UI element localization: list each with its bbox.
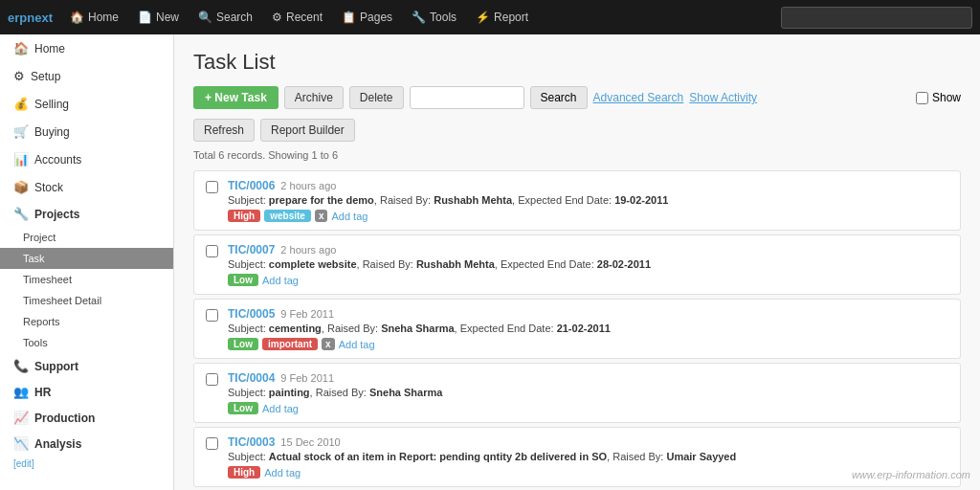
- global-search-input[interactable]: [781, 7, 972, 29]
- task-tags: LowAdd tag: [228, 274, 948, 286]
- task-item: TIC/0005 9 Feb 2011 Subject: cementing, …: [193, 299, 961, 359]
- secondary-toolbar: Refresh Report Builder: [193, 119, 961, 142]
- sidebar-group-projects[interactable]: 🔧 Projects: [0, 201, 173, 227]
- task-body: TIC/0007 2 hours ago Subject: complete w…: [228, 243, 948, 286]
- task-list: TIC/0006 2 hours ago Subject: prepare fo…: [193, 170, 961, 490]
- task-id-link[interactable]: TIC/0003: [228, 435, 275, 449]
- task-id-link[interactable]: TIC/0007: [228, 243, 275, 256]
- sidebar-group-hr[interactable]: 👥 HR: [0, 379, 173, 405]
- tag-high[interactable]: High: [228, 466, 260, 479]
- home-icon: 🏠: [70, 11, 84, 24]
- sidebar-sub-reports[interactable]: Reports: [0, 311, 173, 332]
- add-tag-link[interactable]: Add tag: [262, 403, 299, 414]
- nav-pages[interactable]: 📋 Pages: [334, 7, 400, 28]
- tag-important[interactable]: important: [262, 338, 318, 350]
- task-checkbox[interactable]: [206, 309, 218, 322]
- app-logo[interactable]: erpnext: [8, 11, 53, 25]
- task-detail: Subject: prepare for the demo, Raised By…: [228, 194, 948, 206]
- sidebar-edit-link[interactable]: [edit]: [0, 457, 173, 471]
- hr-icon: 👥: [13, 385, 29, 399]
- tag-remove[interactable]: x: [322, 338, 335, 350]
- archive-button[interactable]: Archive: [284, 86, 344, 109]
- task-body: TIC/0003 15 Dec 2010 Subject: Actual sto…: [228, 435, 948, 479]
- report-builder-button[interactable]: Report Builder: [260, 119, 355, 142]
- projects-icon: 🔧: [13, 207, 29, 221]
- pages-icon: 📋: [342, 11, 356, 24]
- sidebar-item-accounts[interactable]: 📊 Accounts: [0, 145, 173, 173]
- task-date: 2 hours ago: [280, 244, 336, 256]
- nav-report[interactable]: ⚡ Report: [468, 7, 536, 28]
- task-checkbox[interactable]: [206, 181, 218, 193]
- sidebar-sub-timesheet-detail[interactable]: Timesheet Detail: [0, 290, 173, 311]
- add-tag-link[interactable]: Add tag: [262, 275, 299, 286]
- nav-home[interactable]: 🏠 Home: [62, 7, 126, 28]
- task-id-link[interactable]: TIC/0004: [228, 371, 275, 385]
- task-tags: LowimportantxAdd tag: [228, 338, 948, 350]
- record-count: Total 6 records. Showing 1 to 6: [193, 149, 961, 161]
- sidebar-item-setup[interactable]: ⚙ Setup: [0, 62, 173, 90]
- stock-icon: 📦: [13, 180, 29, 194]
- setup-icon: ⚙: [13, 69, 25, 83]
- search-nav-icon: 🔍: [198, 11, 212, 24]
- page-title: Task List: [193, 50, 961, 75]
- refresh-button[interactable]: Refresh: [193, 119, 255, 142]
- task-date: 9 Feb 2011: [280, 308, 334, 320]
- advanced-search-button[interactable]: Advanced Search: [593, 91, 684, 104]
- task-id-link[interactable]: TIC/0005: [228, 307, 275, 321]
- tag-high[interactable]: High: [228, 210, 260, 222]
- main-toolbar: + New Task Archive Delete Search Advance…: [193, 86, 961, 109]
- sidebar-item-stock[interactable]: 📦 Stock: [0, 173, 173, 201]
- selling-icon: 💰: [13, 97, 29, 111]
- sidebar-group-support[interactable]: 📞 Support: [0, 353, 173, 379]
- task-body: TIC/0006 2 hours ago Subject: prepare fo…: [228, 179, 948, 222]
- add-tag-link[interactable]: Add tag: [331, 211, 368, 222]
- task-date: 9 Feb 2011: [280, 372, 334, 384]
- buying-icon: 🛒: [13, 124, 29, 139]
- top-navigation: erpnext 🏠 Home 📄 New 🔍 Search ⚙ Recent 📋…: [0, 0, 980, 34]
- new-task-button[interactable]: + New Task: [193, 86, 278, 109]
- support-icon: 📞: [13, 359, 29, 373]
- sidebar-item-home[interactable]: 🏠 Home: [0, 34, 173, 62]
- nav-new[interactable]: 📄 New: [130, 7, 187, 28]
- show-activity-button[interactable]: Show Activity: [689, 91, 757, 104]
- show-label: Show: [932, 91, 961, 104]
- task-checkbox[interactable]: [206, 373, 218, 386]
- tag-remove[interactable]: x: [315, 210, 328, 222]
- task-body: TIC/0004 9 Feb 2011 Subject: painting, R…: [228, 371, 948, 414]
- tag-low[interactable]: Low: [228, 274, 258, 286]
- tag-low[interactable]: Low: [228, 402, 258, 414]
- tag-low[interactable]: Low: [228, 338, 258, 350]
- task-detail: Subject: cementing, Raised By: Sneha Sha…: [228, 323, 948, 334]
- sidebar-sub-task[interactable]: Task: [0, 248, 173, 269]
- delete-button[interactable]: Delete: [349, 86, 404, 109]
- task-item: TIC/0003 15 Dec 2010 Subject: Actual sto…: [193, 427, 961, 487]
- task-checkbox[interactable]: [206, 245, 218, 257]
- task-id-link[interactable]: TIC/0006: [228, 179, 275, 192]
- nav-search[interactable]: 🔍 Search: [190, 7, 260, 28]
- task-tags: LowAdd tag: [228, 402, 948, 414]
- sidebar-sub-tools[interactable]: Tools: [0, 332, 173, 353]
- nav-tools[interactable]: 🔧 Tools: [404, 7, 464, 28]
- tag-website[interactable]: website: [264, 210, 311, 222]
- sidebar-item-selling[interactable]: 💰 Selling: [0, 90, 173, 118]
- new-icon: 📄: [138, 11, 152, 24]
- task-detail: Subject: complete website, Raised By: Ru…: [228, 258, 948, 270]
- task-search-input[interactable]: [410, 86, 524, 109]
- add-tag-link[interactable]: Add tag: [339, 339, 375, 350]
- sidebar-group-analysis[interactable]: 📉 Analysis: [0, 431, 173, 457]
- task-tags: HighAdd tag: [228, 466, 948, 479]
- task-checkbox[interactable]: [206, 437, 218, 450]
- search-button[interactable]: Search: [530, 86, 588, 109]
- analysis-icon: 📉: [13, 436, 29, 451]
- accounts-icon: 📊: [13, 152, 29, 167]
- sidebar-group-production[interactable]: 📈 Production: [0, 405, 173, 431]
- task-item: TIC/0007 2 hours ago Subject: complete w…: [193, 234, 961, 295]
- task-item: TIC/0004 9 Feb 2011 Subject: painting, R…: [193, 363, 961, 423]
- nav-recent[interactable]: ⚙ Recent: [264, 7, 330, 28]
- show-checkbox[interactable]: [916, 92, 928, 104]
- sidebar-sub-timesheet[interactable]: Timesheet: [0, 269, 173, 290]
- task-tags: HighwebsitexAdd tag: [228, 210, 948, 222]
- sidebar-item-buying[interactable]: 🛒 Buying: [0, 118, 173, 145]
- add-tag-link[interactable]: Add tag: [264, 467, 301, 479]
- sidebar-sub-project[interactable]: Project: [0, 227, 173, 248]
